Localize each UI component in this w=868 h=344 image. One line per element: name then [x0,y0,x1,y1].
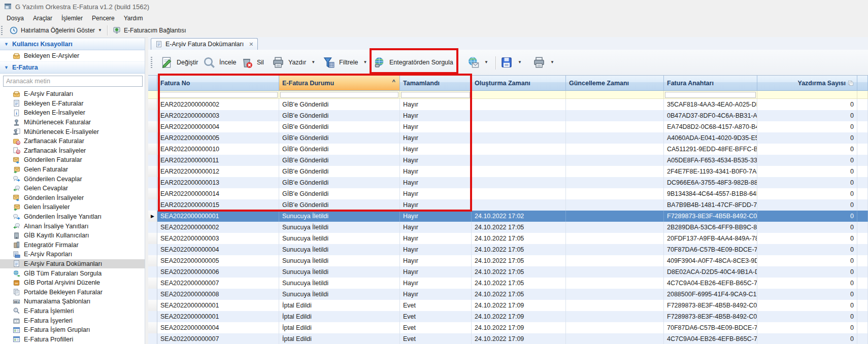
sidebar-item[interactable]: GİB Tüm Faturaları Sorgula [0,268,145,278]
field-chooser-icon[interactable] [847,80,854,86]
cell-fatura_no[interactable]: SEA2022000000007 [157,333,279,344]
sidebar-item[interactable]: Gönderilen İrsaliyeler [0,193,145,203]
cell-olusturma[interactable] [472,166,566,177]
filter-cell-yazdirma[interactable] [757,91,857,98]
entegratorden-sorgula-button[interactable]: Entegratörden Sorgula [373,54,453,71]
cell-olusturma[interactable] [472,188,566,199]
cell-fatura_no[interactable]: EAR2022000000013 [157,177,279,188]
cell-tamamlandi[interactable]: Hayır [400,233,472,244]
cell-spacer[interactable] [857,333,868,344]
sidebar-item[interactable]: E-Fatura İşlem Grupları [0,325,145,335]
filter-input[interactable] [280,92,398,98]
cell-tamamlandi[interactable]: Hayır [400,278,472,289]
filter-cell-tamamlandi[interactable] [400,91,472,98]
cell-anahtar[interactable]: 2F4E7F8E-1193-4341-B0F0-7AF54... [664,166,757,177]
row-indicator[interactable] [148,278,157,289]
cell-yazdirma[interactable]: 0 [757,233,857,244]
cell-olusturma[interactable]: 24.10.2022 17:05 [472,222,566,233]
cell-anahtar[interactable]: EA74D8D2-0C68-4157-A870-B4A... [664,121,757,132]
cell-durum[interactable]: GİB'e Gönderildi [279,110,400,121]
cell-durum[interactable]: Sunucuya İletildi [279,222,400,233]
cell-yazdirma[interactable]: 0 [757,177,857,188]
chevron-down-icon[interactable]: ▼ [484,60,488,64]
cell-guncelleme[interactable] [566,233,664,244]
cell-durum[interactable]: GİB'e Gönderildi [279,132,400,144]
cell-fatura_no[interactable]: SEA2022000000004 [157,244,279,255]
grid-row[interactable]: EAR2022000000014GİB'e GönderildiHayır9B1… [148,188,868,199]
cell-durum[interactable]: İptal Edildi [279,300,400,311]
cell-guncelleme[interactable] [566,188,664,199]
cell-yazdirma[interactable]: 0 [757,110,857,121]
cell-spacer[interactable] [857,199,868,211]
sidebar-item[interactable]: Mühürlenecek Faturalar [0,118,145,127]
cell-tamamlandi[interactable]: Hayır [400,155,472,166]
cell-yazdirma[interactable]: 0 [757,222,857,233]
cell-spacer[interactable] [857,177,868,188]
grid-row[interactable]: EAR2022000000003GİB'e GönderildiHayır0B4… [148,110,868,121]
filter-cell-anahtar[interactable] [664,91,757,98]
cell-fatura_no[interactable]: SEA2022000000003 [157,233,279,244]
sidebar-item[interactable]: E-Fatura Profilleri [0,334,145,344]
cell-yazdirma[interactable]: 0 [757,211,857,222]
cell-tamamlandi[interactable]: Hayır [400,121,472,132]
cell-tamamlandi[interactable]: Hayır [400,166,472,177]
menu-item-2[interactable]: Araçlar [28,14,57,22]
cell-guncelleme[interactable] [566,289,664,300]
cell-yazdirma[interactable]: 0 [757,278,857,289]
cell-anahtar[interactable]: 4C7C9A04-EB26-4EFB-B65C-798... [664,333,757,344]
print-button[interactable]: ▼ [533,54,554,71]
cell-olusturma[interactable] [472,199,566,211]
cell-durum[interactable]: İptal Edildi [279,322,400,333]
menu-item-5[interactable]: Yardım [119,14,148,22]
cell-fatura_no[interactable]: SEA2022000000008 [157,289,279,300]
grid-row-selected[interactable]: ▶SEA2022000000001Sunucuya İletildiHayır2… [148,211,868,222]
row-indicator[interactable] [148,199,157,211]
tab-earsiv-fatura-dokumanlari[interactable]: E-Arşiv Fatura Dokümanları ✕ [151,38,258,50]
row-indicator[interactable] [148,244,157,255]
cell-anahtar[interactable]: 2B289DBA-53C6-4FF9-BB9C-808... [664,222,757,233]
cell-fatura_no[interactable]: EAR2022000000004 [157,121,279,132]
cell-anahtar[interactable]: 70F87DA6-C57B-4E09-BDCE-781... [664,244,757,255]
cell-olusturma[interactable] [472,110,566,121]
sidebar-item[interactable]: E-Fatura İşyerleri [0,316,145,325]
cell-olusturma[interactable] [472,144,566,155]
cell-olusturma[interactable] [472,177,566,188]
cell-spacer[interactable] [857,99,868,110]
cell-fatura_no[interactable]: EAR2022000000003 [157,110,279,121]
cell-tamamlandi[interactable]: Hayır [400,244,472,255]
cell-durum[interactable]: GİB'e Gönderildi [279,177,400,188]
grid-row[interactable]: EAR2022000000015GİB'e GönderildiHayırBA7… [148,199,868,211]
row-indicator[interactable] [148,132,157,144]
row-indicator[interactable] [148,188,157,199]
sidebar-item[interactable]: Gönderilen İrsaliye Yanıtları [0,212,145,222]
row-indicator[interactable] [148,99,157,110]
sidebar-section-header-2[interactable]: ▼E-Fatura [0,61,145,74]
cell-durum[interactable]: İptal Edildi [279,333,400,344]
sidebar-item[interactable]: Gönderilen Cevaplar [0,174,145,184]
cell-fatura_no[interactable]: SEA2022000000006 [157,266,279,278]
cell-guncelleme[interactable] [566,199,664,211]
filter-cell-fatura_no[interactable] [157,91,279,98]
column-header-yazdirma[interactable]: Yazdırma Sayısı [757,76,857,91]
cell-tamamlandi[interactable]: Hayır [400,289,472,300]
cell-guncelleme[interactable] [566,211,664,222]
row-indicator[interactable] [148,311,157,322]
cell-fatura_no[interactable]: SEA2022000000001 [157,211,279,222]
cell-fatura_no[interactable]: SEA2022000000007 [157,278,279,289]
cell-spacer[interactable] [857,132,868,144]
cell-yazdirma[interactable]: 0 [757,144,857,155]
cell-olusturma[interactable]: 24.10.2022 17:05 [472,266,566,278]
cell-guncelleme[interactable] [566,132,664,144]
grid-row[interactable]: EAR2022000000002GİB'e GönderildiHayır35C… [148,99,868,110]
chevron-down-icon[interactable]: ▼ [518,60,522,64]
cell-anahtar[interactable]: CA511291-9EDD-48FE-BFFC-B4E... [664,144,757,155]
column-header-guncelleme[interactable]: Güncelleme Zamanı [566,76,664,91]
cell-spacer[interactable] [857,121,868,132]
cell-fatura_no[interactable]: SEA2022000000004 [157,322,279,333]
cell-anahtar[interactable]: DC966E6A-3755-48F3-982B-88E0... [664,177,757,188]
cell-durum[interactable]: İptal Edildi [279,311,400,322]
sidebar-item[interactable]: @Zarflanacak İrsaliyeler [0,146,145,156]
cell-olusturma[interactable]: 24.10.2022 17:05 [472,289,566,300]
cell-fatura_no[interactable]: EAR2022000000002 [157,99,279,110]
sidebar-item[interactable]: E-Arşiv Raporları [0,250,145,259]
